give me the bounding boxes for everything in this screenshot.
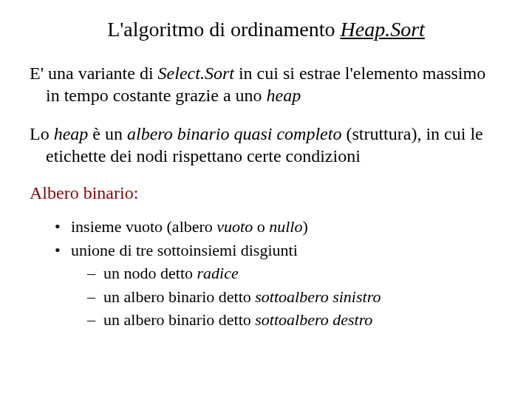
sub-bullet-destro: un albero binario detto sottoalbero dest… [87,310,502,330]
sub3-destro: sottoalbero destro [255,310,372,329]
sub-bullet-sinistro: un albero binario detto sottoalbero sini… [87,287,502,307]
sub2-sinistro: sottoalbero sinistro [255,287,381,306]
slide-title: L'algoritmo di ordinamento Heap.Sort [30,18,502,41]
bul1-c: o [253,217,269,236]
bul1-nullo: nullo [269,217,302,236]
bullet-insieme-vuoto: insieme vuoto (albero vuoto o nullo) [55,216,502,237]
sub1-radice: radice [197,264,239,282]
p2-abqc: albero binario quasi completo [127,124,341,143]
p1-a: E' una variante di [30,64,158,83]
p1-heap: heap [267,86,301,105]
slide: L'algoritmo di ordinamento Heap.Sort E' … [0,0,532,399]
bul1-e: ) [302,217,307,236]
heading-albero-binario: Albero binario: [30,183,502,203]
bul1-vuoto: vuoto [216,217,253,236]
title-pre: L'algoritmo di ordinamento [107,18,340,41]
sub2-a: un albero binario detto [103,287,255,306]
p2-a: Lo [30,124,54,143]
sub3-a: un albero binario detto [103,310,255,329]
p2-heap: heap [54,124,89,143]
paragraph-2: Lo heap è un albero binario quasi comple… [30,123,502,167]
paragraph-1: E' una variante di Select.Sort in cui si… [30,62,502,106]
bullet-list: insieme vuoto (albero vuoto o nullo) uni… [55,216,502,330]
sub1-a: un nodo detto [103,264,197,282]
title-heapsort: Heap.Sort [341,18,425,41]
p2-c: è un [88,124,127,143]
bullet-unione: unione di tre sottoinsiemi disgiunti [55,240,502,261]
sub-bullet-radice: un nodo detto radice [87,263,502,284]
p1-selectsort: Select.Sort [158,64,234,83]
bul1-a: insieme vuoto (albero [71,217,216,236]
